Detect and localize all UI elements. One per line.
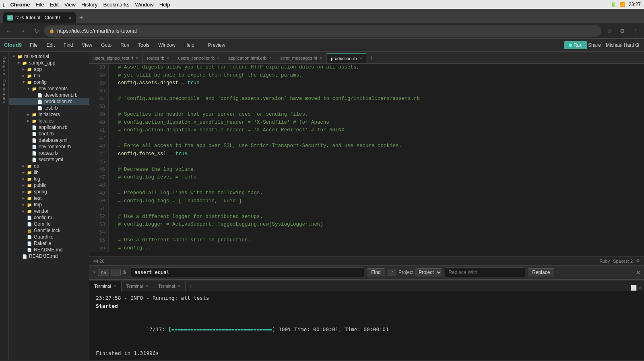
navigate-sidebar-label[interactable]: Navigate [1,55,7,77]
commands-sidebar-label[interactable]: Commands [1,78,7,105]
tab-close-application-html[interactable]: × [269,55,272,61]
tree-item-database-yml[interactable]: ► 📄 database.yml [9,137,89,143]
tree-item-log[interactable]: ► 📁 log [9,176,89,182]
tree-item-readme-md-root[interactable]: ► 📄 README.md [9,253,89,259]
tree-item-environments[interactable]: ▼ 📁 environments [9,85,89,92]
tree-item-routes-rb[interactable]: ► 📄 routes.rb [9,150,89,156]
file-tab-users-signup-test[interactable]: users_signup_test.rt × [89,53,143,63]
tree-item-locales[interactable]: ► 📁 locales [9,118,89,124]
ide-menu-run[interactable]: Run [116,41,133,50]
tree-item-boot-rb[interactable]: ► 📄 boot.rb [9,131,89,137]
back-button[interactable]: ← [3,25,14,37]
tree-item-development-rb[interactable]: ► 📄 development.rb [9,92,89,98]
tab-close-production-rb[interactable]: × [359,56,362,61]
terminal-tab-2[interactable]: Terminal × [122,281,154,291]
ide-menu-edit[interactable]: Edit [42,41,59,50]
file-tab-users-controller[interactable]: users_controller.rb × [174,53,225,63]
menu-edit[interactable]: Edit [50,2,59,8]
ide-user-menu[interactable]: Michael Hartl [606,42,634,48]
menu-help[interactable]: Help [159,2,170,8]
tree-item-vendor[interactable]: ► 📁 vendor [9,208,89,214]
ide-menu-tools[interactable]: Tools [134,41,153,50]
tab-close-routes[interactable]: × [167,55,170,61]
menu-history[interactable]: History [81,2,97,8]
find-button[interactable]: Find [367,268,385,276]
bookmark-icon[interactable]: ☆ [604,25,615,37]
tree-item-tmp[interactable]: ► 📁 tmp [9,201,89,208]
file-tab-routes[interactable]: routes.rb × [143,53,174,63]
add-terminal-button[interactable]: + [186,281,195,291]
terminal-expand-icon[interactable]: ⬜ [630,285,637,291]
terminal-tab-1[interactable]: Terminal × [89,281,122,291]
search-regex-button[interactable]: .* [388,269,396,276]
new-tab-button[interactable]: + [76,12,87,23]
replace-input[interactable] [445,268,525,277]
tab-close-error-messages[interactable]: × [320,55,322,61]
tree-item-config[interactable]: ▼ 📁 config [9,79,89,85]
tree-item-initializers[interactable]: ► 📁 initializers [9,111,89,118]
search-input[interactable] [131,268,364,277]
tab-close-users-signup[interactable]: × [136,55,138,61]
menu-view[interactable]: View [64,2,76,8]
tree-item-rails-tutorial[interactable]: ▼ 📁 rails-tutorial [9,53,89,60]
tree-item-db[interactable]: ► 📁 db [9,163,89,169]
ide-menu-help[interactable]: Help [180,41,198,50]
terminal-content[interactable]: 23:27:58 - INFO - Running: all tests Sta… [89,291,644,360]
tree-item-bin[interactable]: ► 📁 bin [9,73,89,79]
search-case-sensitive-button[interactable]: Aa [98,269,109,276]
search-options-button[interactable]: ... [111,269,121,276]
ide-menu-file[interactable]: File [26,41,41,50]
terminal-tab-close-1[interactable]: × [114,283,116,289]
address-bar[interactable]: 🔒 https://ide.c9.io/mhartl/rails-tutoria… [44,25,601,37]
add-tab-button[interactable]: + [366,53,377,63]
tree-item-app[interactable]: ► 📁 app [9,66,89,73]
tab-close-button[interactable]: × [68,15,72,21]
terminal-tab-close-2[interactable]: × [145,283,148,289]
ide-run-button[interactable]: Run [564,41,587,49]
tree-item-application-rb[interactable]: ► 📄 application.rb [9,124,89,131]
code-editor[interactable]: 33 34 35 36 37 38 39 40 41 42 43 44 [89,64,644,256]
file-tab-application-html[interactable]: application.html.erb × [224,53,276,63]
tree-item-sample-app[interactable]: ▼ 📁 sample_app [9,60,89,66]
search-close-icon[interactable]: ✕ [636,269,641,276]
tree-item-environment-rb[interactable]: ► 📄 environment.rb [9,143,89,150]
ide-menu-view[interactable]: View [78,41,96,50]
menu-icon[interactable]: ⋮ [630,25,641,37]
menu-chrome[interactable]: Chrome [10,2,30,8]
ide-menu-goto[interactable]: Goto [97,41,116,50]
ide-menu-window[interactable]: Window [154,41,180,50]
tree-item-test[interactable]: ► 📁 test [9,195,89,201]
ide-settings-icon[interactable]: ⚙ [635,42,640,48]
menu-file[interactable]: File [36,2,44,8]
ide-share-button[interactable]: Share [588,42,601,48]
tree-item-public[interactable]: ► 📁 public [9,182,89,189]
terminal-tab-3[interactable]: Terminal × [153,281,186,291]
ide-menu-find[interactable]: Find [60,41,77,50]
tree-item-readme-md[interactable]: ► 📄 README.md [9,247,89,253]
ide-menu-preview[interactable]: Preview [204,41,229,50]
search-scope-select[interactable]: Project File [415,268,442,276]
terminal-tab-close-3[interactable]: × [178,283,180,289]
tree-item-lib[interactable]: ► 📁 lib [9,169,89,176]
tree-item-spring[interactable]: ► 📁 spring [9,189,89,195]
tree-item-config-ru[interactable]: ► 📄 config.ru [9,214,89,221]
chrome-tab-active[interactable]: C9 rails-tutorial - Cloud9 × [3,12,76,23]
replace-button[interactable]: Replace [528,268,554,276]
tree-item-guardfile[interactable]: ► 📄 Guardfile [9,234,89,240]
menu-window[interactable]: Window [135,2,153,8]
forward-button[interactable]: → [17,25,28,37]
tree-item-gemfile-lock[interactable]: ► 🔒 Gemfile.lock [9,227,89,234]
settings-gear-icon[interactable]: ⚙ [636,258,640,263]
menu-bookmarks[interactable]: Bookmarks [103,2,129,8]
tree-item-test-rb[interactable]: ► 📄 test.rb [9,105,89,111]
terminal-close-icon[interactable]: × [638,285,642,291]
tree-item-gemfile[interactable]: ► 📄 Gemfile [9,221,89,227]
file-tab-production-rb[interactable]: production.rb × [327,53,366,63]
refresh-button[interactable]: ↻ [31,25,42,37]
settings-icon[interactable]: ⚙ [617,25,628,37]
file-tab-error-messages[interactable]: error_messages.ht × [276,53,327,63]
tree-item-production-rb[interactable]: ► 📄 production.rb [9,98,89,105]
tab-close-users-controller[interactable]: × [217,55,220,61]
tree-item-rakefile[interactable]: ► 📄 Rakefile [9,240,89,247]
tree-item-secrets-yml[interactable]: ► 📄 secrets.yml [9,156,89,163]
